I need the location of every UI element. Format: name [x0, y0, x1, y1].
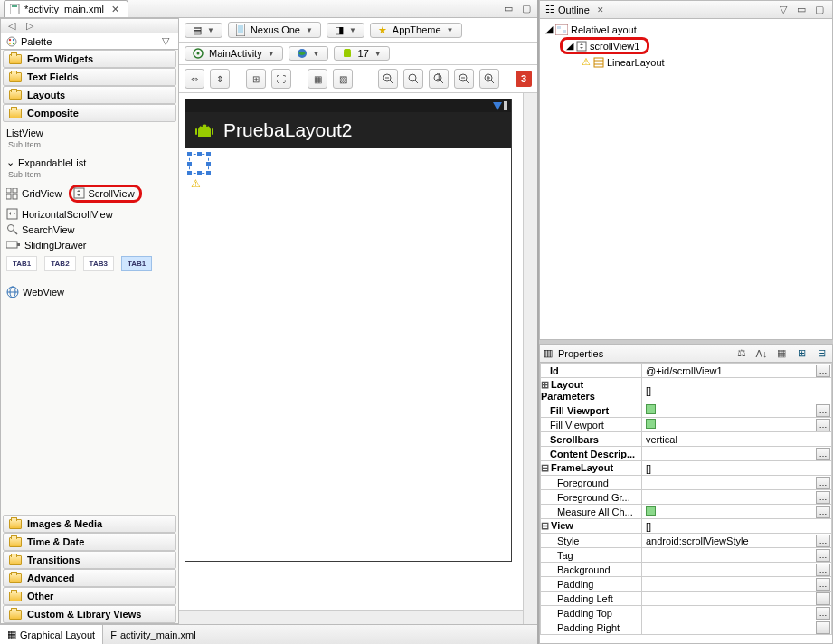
tree-node-linearlayout[interactable]: ⚠ LinearLayout [582, 55, 827, 69]
property-row[interactable]: Id@+id/scrollView1… [541, 364, 832, 378]
drawer-form-widgets[interactable]: Form Widgets [3, 50, 176, 68]
locale-combo[interactable]: ▼ [289, 46, 328, 61]
device-combo[interactable]: Nexus One▼ [228, 22, 321, 38]
drawer-transitions[interactable]: Transitions [3, 551, 176, 569]
editor-tab-activity-main[interactable]: *activity_main.xml ✕ [4, 0, 128, 17]
palette-item-gridview[interactable]: GridView [6, 186, 62, 202]
align2-icon[interactable]: ▧ [333, 69, 353, 89]
property-row[interactable]: ⊟FrameLayout[] [541, 461, 832, 476]
palette-item-webview[interactable]: WebView [6, 284, 173, 300]
property-more-button[interactable]: … [816, 477, 830, 489]
drawer-other[interactable]: Other [3, 587, 176, 605]
palette-item-scrollview[interactable]: ScrollView [69, 185, 141, 203]
property-row[interactable]: Padding Right… [541, 620, 832, 635]
minimize-icon[interactable]: ▭ [501, 2, 516, 16]
collapse-icon[interactable]: ◢ [545, 24, 553, 35]
property-more-button[interactable]: … [816, 578, 830, 591]
sort-icon[interactable]: A↓ [754, 346, 769, 361]
expand-all-icon[interactable]: ⊞ [794, 346, 809, 361]
property-row[interactable]: Styleandroid:scrollViewStyle… [541, 534, 832, 548]
minimize-icon[interactable]: ▭ [794, 3, 809, 17]
align-icon[interactable]: ▦ [308, 69, 327, 89]
property-row[interactable]: Tag… [541, 548, 832, 563]
drawer-time-date[interactable]: Time & Date [3, 533, 176, 551]
tab-graphical-layout[interactable]: ▦ Graphical Layout [0, 625, 103, 644]
toggle-height-icon[interactable]: ⇕ [210, 69, 230, 89]
tree-node-scrollview1[interactable]: ◢ scrollView1 [560, 36, 827, 55]
drawer-composite[interactable]: Composite [3, 104, 176, 122]
property-more-button[interactable]: … [816, 404, 830, 417]
zoom-100-icon[interactable]: 1 [429, 69, 449, 89]
show-advanced-icon[interactable]: ▦ [774, 346, 789, 361]
property-row[interactable]: Fill Viewport… [541, 418, 832, 432]
property-row[interactable]: Fill Viewport… [541, 403, 832, 418]
palette-tabhost[interactable]: TAB1 TAB2 TAB3 TAB1 [6, 256, 173, 271]
palette-item-hscrollview[interactable]: HorizontalScrollView [6, 206, 173, 222]
tab-xml-source[interactable]: F activity_main.xml [103, 625, 204, 644]
zoom-reset-icon[interactable] [403, 69, 423, 89]
canvas-wrap[interactable]: PruebaLayout2 ⚠ [179, 93, 537, 624]
expand-icon[interactable]: ⛶ [271, 69, 291, 89]
property-more-button[interactable]: … [816, 365, 830, 377]
close-icon[interactable]: ✕ [593, 3, 608, 17]
view-menu-icon[interactable]: ▽ [776, 3, 790, 17]
zoom-out-icon[interactable] [378, 69, 398, 89]
collapse-all-icon[interactable]: ⊟ [814, 346, 828, 361]
property-row[interactable]: Content Descrip...… [541, 447, 832, 461]
property-row[interactable]: Padding… [541, 577, 832, 592]
filter-icon[interactable]: ⚖ [734, 346, 749, 361]
palette-menu-icon[interactable]: ▽ [158, 34, 173, 49]
tree-node-relativelayout[interactable]: ◢ RelativeLayout [545, 23, 827, 36]
property-more-button[interactable]: … [816, 448, 830, 460]
palette-item-slidingdrawer[interactable]: SlidingDrawer [6, 237, 173, 252]
config-combo[interactable]: ▤▼ [185, 23, 222, 38]
property-more-button[interactable]: … [816, 535, 830, 547]
close-tab-icon[interactable]: ✕ [108, 2, 122, 16]
property-row[interactable]: Padding Left… [541, 592, 832, 606]
property-more-button[interactable]: … [816, 621, 830, 634]
layout-content[interactable]: ⚠ [185, 148, 511, 561]
lint-badge[interactable]: 3 [516, 71, 532, 87]
orientation-combo[interactable]: ◨▼ [327, 23, 364, 38]
drawer-text-fields[interactable]: Text Fields [3, 68, 176, 86]
zoom-in-icon[interactable] [479, 69, 499, 89]
property-more-button[interactable]: … [816, 607, 830, 620]
property-row[interactable]: ⊟View[] [541, 519, 832, 534]
property-more-button[interactable]: … [816, 506, 830, 518]
property-row[interactable]: Scrollbarsvertical [541, 432, 832, 447]
drawer-custom-library[interactable]: Custom & Library Views [3, 605, 176, 623]
property-row[interactable]: Foreground Gr...… [541, 490, 832, 505]
toggle-width-icon[interactable]: ⇔ [185, 69, 204, 89]
device-frame[interactable]: PruebaLayout2 ⚠ [185, 99, 512, 562]
zoom-fit-icon[interactable] [454, 69, 474, 89]
drawer-layouts[interactable]: Layouts [3, 86, 176, 104]
drawer-images-media[interactable]: Images & Media [3, 515, 176, 533]
property-row[interactable]: Foreground… [541, 476, 832, 490]
selected-scrollview-widget[interactable] [189, 154, 209, 174]
property-more-button[interactable]: … [816, 549, 830, 562]
property-more-button[interactable]: … [816, 419, 830, 431]
property-row[interactable]: ⊞Layout Parameters[] [541, 378, 832, 403]
horizontal-scrollbar[interactable] [179, 610, 523, 624]
grid-icon[interactable]: ⊞ [246, 69, 266, 89]
property-row[interactable]: Measure All Ch...… [541, 505, 832, 519]
property-row[interactable]: Background… [541, 563, 832, 577]
arrow-left-icon[interactable]: ◁ [5, 19, 19, 33]
maximize-icon[interactable]: ▢ [812, 3, 827, 17]
vertical-scrollbar[interactable] [523, 93, 537, 624]
palette-item-expandablelist[interactable]: ⌄ ExpandableList [6, 155, 173, 170]
property-row[interactable]: Padding Top… [541, 606, 832, 620]
maximize-icon[interactable]: ▢ [519, 2, 534, 16]
palette-item-searchview[interactable]: SearchView [6, 222, 173, 237]
property-more-button[interactable]: … [816, 592, 830, 605]
drawer-advanced[interactable]: Advanced [3, 569, 176, 587]
property-more-button[interactable]: … [816, 491, 830, 504]
palette-item-listview[interactable]: ListView [6, 126, 173, 140]
theme-combo[interactable]: ★ AppTheme▼ [370, 23, 462, 38]
collapse-icon[interactable]: ◢ [566, 40, 573, 52]
api-combo[interactable]: 17▼ [334, 46, 390, 61]
property-more-button[interactable]: … [816, 564, 830, 576]
arrow-right-icon[interactable]: ▷ [23, 19, 37, 33]
properties-grid[interactable]: Id@+id/scrollView1…⊞Layout Parameters[]F… [540, 363, 832, 643]
activity-combo[interactable]: MainActivity▼ [185, 46, 283, 61]
